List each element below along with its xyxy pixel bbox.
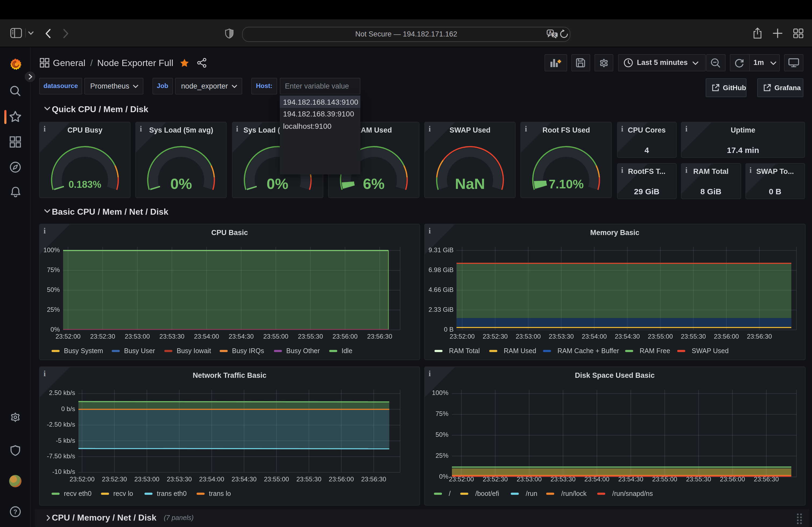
- svg-text:A: A: [549, 30, 552, 35]
- svg-text:?: ?: [13, 508, 17, 515]
- svg-text:文: 文: [552, 32, 557, 37]
